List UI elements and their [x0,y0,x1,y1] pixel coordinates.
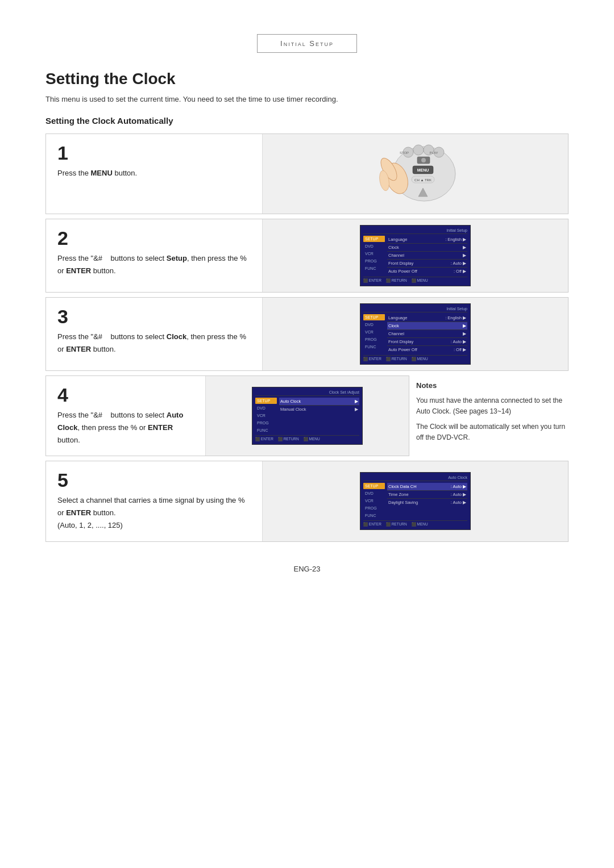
page-footer: ENG-23 [45,565,569,573]
svg-text:PLAY: PLAY [429,151,438,155]
menu-screen-2: Initial Setup SETUP DVD VCR PROG FUNC La… [360,225,471,286]
step-4-number: 4 [57,385,194,404]
notes-item-2: The Clock will be automatically set when… [416,422,569,443]
breadcrumb: Initial Setup [257,34,357,53]
step-3-number: 3 [57,307,251,326]
step-5-number: 5 [57,470,251,490]
section-title: Setting the Clock Automatically [45,116,569,126]
step-1-text: Press the MENU button. [57,167,251,180]
notes-box: Notes You must have the antenna connecte… [416,378,569,446]
step-1-image: STOP PLAY MENU CH ▲ TRK [262,134,568,214]
svg-text:CH ▲ TRK: CH ▲ TRK [414,178,432,182]
step-2-image: Initial Setup SETUP DVD VCR PROG FUNC La… [262,219,568,292]
step-4-row: 4 Press the "&# buttons to select Auto C… [45,375,409,456]
svg-point-8 [421,158,426,162]
step-3-text: Press the "&# buttons to select Clock, t… [57,331,251,356]
steps-container: 1 Press the MENU button. STOP PLAY [45,133,569,542]
step-2-left: 2 Press the "&# buttons to select Setup,… [46,219,262,292]
menu-screen-4: Clock Set /Adjust SETUP DVD VCR PROG FUN… [252,387,363,445]
notes-item-1: You must have the antenna connected to s… [416,395,569,417]
breadcrumb-container: Initial Setup [45,34,569,53]
page-number: ENG-23 [294,565,321,573]
menu-screen-3: Initial Setup SETUP DVD VCR PROG FUNC La… [360,303,471,365]
menu-screen-5: Auto Clock SETUP DVD VCR PROG FUNC Clock… [360,472,471,530]
svg-text:MENU: MENU [417,168,429,172]
step-3-row: 3 Press the "&# buttons to select Clock,… [45,297,569,371]
page-description: This menu is used to set the current tim… [45,95,569,103]
step-5-image: Auto Clock SETUP DVD VCR PROG FUNC Clock… [262,461,568,541]
step-2-row: 2 Press the "&# buttons to select Setup,… [45,219,569,293]
step-3-image: Initial Setup SETUP DVD VCR PROG FUNC La… [262,298,568,370]
step-4-image: Clock Set /Adjust SETUP DVD VCR PROG FUN… [205,376,409,456]
step-2-number: 2 [57,228,251,248]
svg-text:STOP: STOP [399,151,408,155]
remote-illustration: STOP PLAY MENU CH ▲ TRK [367,140,464,208]
step-1-number: 1 [57,143,251,162]
step-4-left: 4 Press the "&# buttons to select Auto C… [46,376,205,456]
step-4-with-notes: 4 Press the "&# buttons to select Auto C… [45,375,569,456]
step-1-left: 1 Press the MENU button. [46,134,262,214]
step-2-text: Press the "&# buttons to select Setup, t… [57,252,251,277]
step-3-left: 3 Press the "&# buttons to select Clock,… [46,298,262,370]
step-5-row: 5 Select a channel that carries a time s… [45,461,569,541]
step-5-text: Select a channel that carries a time sig… [57,494,251,532]
svg-point-2 [413,145,424,155]
step-5-left: 5 Select a channel that carries a time s… [46,461,262,541]
notes-title: Notes [416,380,569,392]
page-title: Setting the Clock [45,70,569,88]
step-4-text: Press the "&# buttons to select Auto Clo… [57,409,194,446]
step-1-row: 1 Press the MENU button. STOP PLAY [45,133,569,214]
